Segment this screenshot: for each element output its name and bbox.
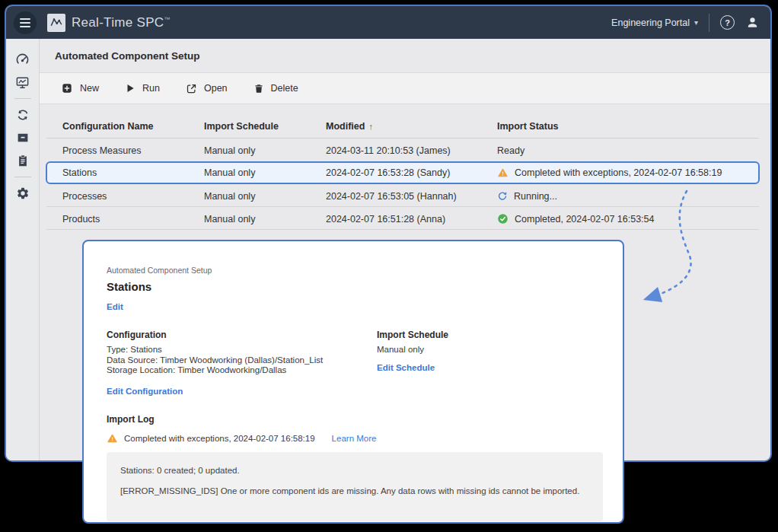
open-button[interactable]: Open (186, 83, 228, 94)
status-text: Running... (514, 191, 557, 202)
sync-icon (16, 108, 30, 122)
run-button[interactable]: Run (125, 83, 160, 94)
panel-title: Stations (107, 280, 600, 293)
hamburger-menu-icon[interactable] (14, 11, 37, 34)
sidebar-item-charts[interactable] (10, 71, 36, 94)
portal-dropdown-label: Engineering Portal (611, 18, 690, 28)
table-row-stations[interactable]: Stations Manual only 2024-02-07 16:53:28… (46, 161, 760, 184)
configuration-type: Type: Stations (107, 345, 377, 355)
archive-box-icon (16, 131, 30, 145)
status-text: Ready (497, 145, 525, 156)
status-text: Completed, 2024-02-07 16:53:54 (515, 214, 654, 225)
import-schedule-value: Manual only (377, 345, 448, 355)
sidebar-item-archive[interactable] (10, 126, 36, 149)
table-row-products[interactable]: Products Manual only 2024-02-07 16:51:28… (46, 207, 760, 230)
panel-breadcrumb: Automated Component Setup (107, 266, 600, 275)
monitor-chart-icon (15, 75, 30, 90)
toolbar: New Run Open (40, 73, 770, 104)
left-sidebar (6, 39, 40, 460)
gear-icon (16, 186, 30, 200)
column-header-configuration-name[interactable]: Configuration Name (62, 121, 204, 132)
page-header: Automated Component Setup (40, 39, 770, 73)
trademark: ™ (164, 16, 170, 23)
trash-icon (253, 83, 264, 94)
play-icon (125, 83, 136, 94)
configuration-storage-location: Storage Location: Timber Woodworking/Dal… (107, 365, 377, 376)
help-icon[interactable]: ? (720, 15, 735, 30)
table-row-processes[interactable]: Processes Manual only 2024-02-07 16:53:0… (46, 184, 760, 207)
sidebar-item-sync[interactable] (10, 104, 36, 126)
learn-more-link[interactable]: Learn More (332, 434, 377, 443)
clipboard-icon (16, 154, 30, 167)
user-account-icon[interactable] (745, 15, 760, 30)
import-log-status-text: Completed with exceptions, 2024-02-07 16… (124, 434, 315, 443)
configuration-section: Configuration Type: Stations Data Source… (107, 330, 377, 397)
configurations-table: Configuration Name Import Schedule Modif… (40, 104, 770, 230)
stations-detail-panel: Automated Component Setup Stations Edit … (82, 240, 624, 524)
edit-schedule-link[interactable]: Edit Schedule (377, 363, 435, 372)
running-icon (497, 191, 508, 202)
warning-icon (497, 167, 509, 178)
page-title: Automated Component Setup (55, 50, 200, 62)
delete-button[interactable]: Delete (253, 83, 298, 94)
column-header-import-status[interactable]: Import Status (497, 121, 758, 132)
sidebar-divider (14, 177, 31, 177)
table-row-process-measures[interactable]: Process Measures Manual only 2024-03-11 … (46, 139, 760, 161)
chevron-down-icon: ▾ (694, 18, 698, 27)
screenshot-stage: Real-Time SPC™ Engineering Portal ▾ ? (0, 0, 778, 532)
portal-dropdown[interactable]: Engineering Portal ▾ (611, 18, 698, 28)
edit-configuration-link[interactable]: Edit Configuration (107, 387, 183, 396)
sidebar-item-dashboard[interactable] (10, 48, 36, 71)
top-bar: Real-Time SPC™ Engineering Portal ▾ ? (6, 6, 770, 39)
column-header-modified[interactable]: Modified↑ (326, 121, 497, 132)
sidebar-item-checklist[interactable] (10, 149, 36, 172)
column-header-import-schedule[interactable]: Import Schedule (204, 121, 326, 132)
sort-ascending-icon: ↑ (368, 122, 373, 131)
log-line: Stations: 0 created; 0 updated. (120, 465, 589, 476)
sidebar-divider (14, 98, 31, 99)
completed-icon (497, 213, 509, 225)
import-log-heading: Import Log (107, 414, 600, 425)
import-log-status: Completed with exceptions, 2024-02-07 16… (107, 433, 600, 444)
app-name: Real-Time SPC™ (72, 15, 171, 30)
configuration-heading: Configuration (107, 330, 377, 340)
topbar-divider (709, 14, 709, 32)
import-schedule-section: Import Schedule Manual only Edit Schedul… (377, 330, 448, 397)
open-external-icon (186, 83, 197, 94)
new-button[interactable]: New (61, 82, 99, 94)
sidebar-item-settings[interactable] (10, 182, 36, 205)
table-header-row: Configuration Name Import Schedule Modif… (46, 113, 760, 139)
app-logo-icon (47, 14, 65, 32)
configuration-data-source: Data Source: Timber Woodworking (Dallas)… (107, 355, 377, 366)
import-log-output: Stations: 0 created; 0 updated. [ERROR_M… (107, 452, 603, 521)
log-line: [ERROR_MISSING_IDS] One or more componen… (120, 486, 589, 496)
warning-icon (107, 433, 118, 444)
gauge-icon (15, 53, 30, 67)
edit-link[interactable]: Edit (107, 302, 123, 311)
plus-square-icon (61, 82, 73, 94)
import-schedule-heading: Import Schedule (377, 330, 448, 340)
status-text: Completed with exceptions, 2024-02-07 16… (515, 167, 722, 178)
